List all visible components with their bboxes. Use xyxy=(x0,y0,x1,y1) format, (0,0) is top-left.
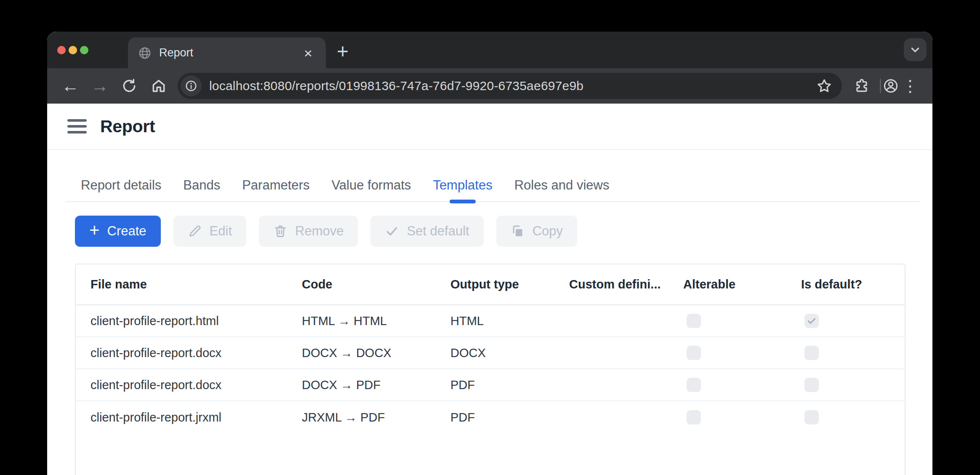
app-header: Report xyxy=(47,104,932,150)
cell-output-type: DOCX xyxy=(436,337,554,368)
cell-code: DOCX → DOCX xyxy=(287,337,436,368)
column-header-alterable[interactable]: Alterable xyxy=(668,264,786,304)
alterable-checkbox[interactable] xyxy=(687,314,701,328)
edit-button-label: Edit xyxy=(210,224,232,239)
tab-report-details[interactable]: Report details xyxy=(80,150,162,201)
back-button[interactable]: ← xyxy=(61,76,80,96)
browser-toolbar: ← → localhost:8080/reports/01998136-747a… xyxy=(47,68,932,104)
chevron-down-icon xyxy=(910,44,921,55)
cell-file-name: client-profile-report.jrxml xyxy=(76,401,287,433)
pencil-icon xyxy=(188,224,202,238)
remove-button[interactable]: Remove xyxy=(259,216,358,247)
cell-output-type: PDF xyxy=(436,369,554,400)
globe-favicon-icon xyxy=(138,46,152,60)
tab-templates[interactable]: Templates xyxy=(432,150,493,201)
plus-icon: + xyxy=(89,221,100,239)
cell-file-name: client-profile-report.html xyxy=(76,305,287,336)
profile-icon[interactable] xyxy=(881,76,900,96)
zoom-window-button[interactable] xyxy=(80,46,88,54)
tab-bands[interactable]: Bands xyxy=(182,150,221,201)
table-row[interactable]: client-profile-report.jrxml JRXML → PDF … xyxy=(76,401,905,433)
is-default-checkbox[interactable] xyxy=(804,346,819,360)
trash-icon xyxy=(273,224,288,238)
copy-button[interactable]: Copy xyxy=(496,216,577,247)
page-title: Report xyxy=(100,117,155,136)
column-header-is-default[interactable]: Is default? xyxy=(786,264,905,304)
close-window-button[interactable] xyxy=(57,46,66,54)
tab-title: Report xyxy=(159,46,300,59)
extensions-icon[interactable] xyxy=(852,76,871,96)
report-page: Report Report details Bands Parameters V… xyxy=(47,104,932,475)
check-icon xyxy=(385,224,399,238)
browser-tab[interactable]: Report × xyxy=(128,37,326,68)
column-header-code[interactable]: Code xyxy=(287,264,436,304)
toolbar-right-icons: ⋮ xyxy=(852,76,920,96)
forward-button[interactable]: → xyxy=(90,76,109,96)
table-header-row: File name Code Output type Custom defini… xyxy=(76,264,905,305)
new-tab-button[interactable]: + xyxy=(330,39,355,64)
window-controls xyxy=(57,46,88,54)
copy-icon xyxy=(511,224,525,238)
cell-code: JRXML → PDF xyxy=(287,401,436,433)
cell-custom-definition xyxy=(554,337,668,368)
cell-file-name: client-profile-report.docx xyxy=(76,369,287,400)
cell-custom-definition xyxy=(554,369,668,400)
cell-code: DOCX → PDF xyxy=(287,369,436,400)
browser-window: Report × + ← → xyxy=(47,32,932,475)
column-header-output-type[interactable]: Output type xyxy=(436,264,554,304)
cell-custom-definition xyxy=(554,401,668,433)
reload-button[interactable] xyxy=(120,76,139,96)
tab-value-formats[interactable]: Value formats xyxy=(330,150,412,201)
minimize-window-button[interactable] xyxy=(69,46,77,54)
is-default-checkbox[interactable] xyxy=(804,378,819,392)
close-tab-icon[interactable]: × xyxy=(300,46,317,60)
column-header-custom-definition[interactable]: Custom defini... xyxy=(554,264,668,304)
templates-table: File name Code Output type Custom defini… xyxy=(75,264,905,475)
create-button[interactable]: + Create xyxy=(75,216,161,247)
address-bar[interactable]: localhost:8080/reports/01998136-747a-76d… xyxy=(178,73,842,99)
cell-code: HTML → HTML xyxy=(287,305,436,336)
alterable-checkbox[interactable] xyxy=(687,378,701,392)
cell-output-type: PDF xyxy=(436,401,554,433)
alterable-checkbox[interactable] xyxy=(687,346,701,360)
tab-roles-and-views[interactable]: Roles and views xyxy=(514,150,610,201)
is-default-checkbox[interactable] xyxy=(804,410,819,424)
cell-file-name: client-profile-report.docx xyxy=(76,337,287,368)
table-row[interactable]: client-profile-report.docx DOCX → PDF PD… xyxy=(76,369,905,401)
copy-button-label: Copy xyxy=(533,224,563,239)
alterable-checkbox[interactable] xyxy=(687,410,701,424)
table-row[interactable]: client-profile-report.docx DOCX → DOCX D… xyxy=(76,337,905,369)
column-header-file-name[interactable]: File name xyxy=(76,264,287,304)
table-actions: + Create Edit Remove xyxy=(75,216,932,247)
menu-kebab-icon[interactable]: ⋮ xyxy=(900,76,920,96)
remove-button-label: Remove xyxy=(295,224,344,239)
site-info-icon[interactable] xyxy=(181,75,202,96)
is-default-checkbox[interactable] xyxy=(804,314,819,328)
tab-parameters[interactable]: Parameters xyxy=(241,150,310,201)
menu-hamburger-button[interactable] xyxy=(67,119,87,133)
url-text[interactable]: localhost:8080/reports/01998136-747a-76d… xyxy=(209,79,816,93)
tab-bar: Report details Bands Parameters Value fo… xyxy=(66,150,920,202)
cell-output-type: HTML xyxy=(436,305,554,336)
browser-tab-strip: Report × + xyxy=(47,32,932,68)
table-row[interactable]: client-profile-report.html HTML → HTML H… xyxy=(76,305,905,337)
tab-list-chevron-button[interactable] xyxy=(904,38,927,61)
set-default-button[interactable]: Set default xyxy=(370,216,483,247)
cell-custom-definition xyxy=(554,305,668,336)
set-default-button-label: Set default xyxy=(407,224,469,239)
home-button[interactable] xyxy=(149,76,168,96)
bookmark-star-icon[interactable] xyxy=(816,77,833,94)
create-button-label: Create xyxy=(107,224,146,239)
edit-button[interactable]: Edit xyxy=(173,216,246,247)
